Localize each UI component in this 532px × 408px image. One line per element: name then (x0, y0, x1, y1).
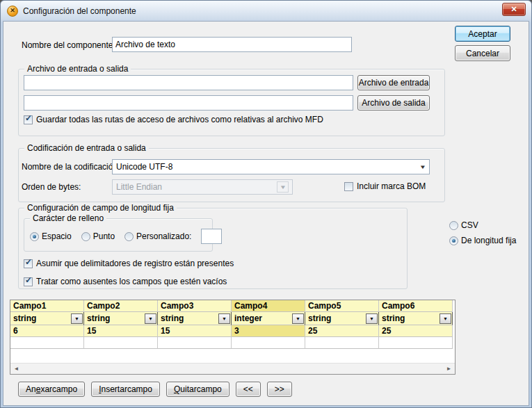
field-name-cell[interactable]: Campo6 (379, 300, 453, 312)
component-name-input[interactable] (112, 37, 352, 52)
fill-char-custom-input[interactable] (201, 229, 222, 244)
cancel-button[interactable]: Cancelar (455, 45, 510, 61)
encoding-groupbox-title: Codificación de entrada o salida (24, 143, 149, 153)
output-file-button[interactable]: Archivo de salida (357, 95, 430, 111)
component-name-label: Nombre del componente: (22, 40, 115, 50)
field-type-combo[interactable]: integer▼ (232, 312, 305, 325)
fill-radio-personalizado[interactable]: Personalizado: (124, 231, 191, 241)
file-groupbox-title: Archivo de entrada o salida (24, 64, 131, 74)
include-bom-checkbox[interactable]: Incluir marca BOM (344, 181, 426, 191)
field-type-combo[interactable]: string▼ (10, 312, 84, 325)
radio-label: Personalizado: (136, 231, 191, 241)
radio-icon (124, 232, 134, 241)
append-field-button[interactable]: Anexar campo (18, 382, 85, 397)
close-icon: ✕ (510, 5, 517, 14)
insert-field-button[interactable]: Insertar campo (91, 382, 160, 397)
radio-label: De longitud fija (461, 236, 516, 245)
fields-table-columns: Campo1string▼6Campo2string▼15Campo3strin… (10, 300, 455, 349)
field-type-combo[interactable]: string▼ (379, 312, 453, 325)
save-relative-paths-label: Guardar todas las rutas de acceso de arc… (36, 115, 323, 124)
field-length-cell[interactable]: 15 (158, 325, 232, 337)
scroll-left-icon[interactable]: ◄ (10, 364, 22, 375)
checkbox-icon (344, 182, 353, 191)
radio-icon (449, 236, 458, 245)
field-name-cell[interactable]: Campo3 (158, 300, 232, 312)
field-type-value: string (161, 313, 184, 323)
ok-button[interactable]: Aceptar (455, 26, 510, 42)
field-name-cell[interactable]: Campo1 (10, 300, 84, 312)
dialog-title: Configuración del componente (23, 6, 136, 16)
field-type-value: string (13, 313, 36, 323)
output-file-button-label: Archivo de salida (362, 98, 425, 108)
checkbox-icon: ✓ (24, 115, 33, 124)
empty-cell[interactable] (158, 337, 232, 349)
move-field-left-button[interactable]: << (236, 382, 261, 397)
field-column: Campo4integer▼3 (232, 300, 305, 349)
byte-order-label: Orden de bytes: (22, 182, 81, 192)
combo-arrow-button[interactable]: ▼ (366, 313, 378, 324)
output-file-field[interactable] (24, 95, 353, 111)
fill-radio-espacio[interactable]: Espacio (30, 231, 72, 241)
field-length-cell[interactable]: 15 (84, 325, 158, 337)
scroll-right-icon[interactable]: ► (443, 364, 455, 375)
empty-cell[interactable] (84, 337, 158, 349)
combo-arrow-button[interactable]: ▼ (71, 313, 83, 324)
encoding-name-value: Unicode UTF-8 (116, 162, 172, 172)
fill-radio-punto[interactable]: Punto (81, 231, 115, 241)
field-length-cell[interactable]: 3 (232, 325, 305, 337)
close-button[interactable]: ✕ (502, 3, 526, 16)
fill-char-groupbox-title: Carácter de relleno (30, 213, 106, 223)
field-type-combo[interactable]: string▼ (84, 312, 158, 325)
fill-char-options-row: EspacioPuntoPersonalizado: (30, 229, 222, 244)
combo-arrow-button[interactable]: ▼ (440, 313, 451, 324)
field-length-cell[interactable]: 6 (10, 325, 84, 337)
format-radio-de-longitud-fija[interactable]: De longitud fija (449, 236, 516, 245)
field-column: Campo1string▼6 (10, 300, 84, 349)
input-file-field[interactable] (24, 75, 353, 90)
cancel-button-label: Cancelar (466, 49, 499, 58)
treat-empty-checkbox[interactable]: ✓ Tratar como ausentes los campos que es… (24, 277, 227, 286)
field-name-cell[interactable]: Campo4 (232, 300, 305, 312)
fields-table: Campo1string▼6Campo2string▼15Campo3strin… (10, 300, 456, 375)
combo-arrow-button[interactable]: ▼ (218, 313, 230, 324)
checkbox-icon: ✓ (24, 277, 33, 286)
save-relative-paths-checkbox[interactable]: ✓ Guardar todas las rutas de acceso de a… (24, 115, 323, 124)
combo-arrow-button[interactable]: ▼ (292, 313, 304, 324)
field-type-value: string (308, 313, 331, 323)
empty-cell[interactable] (305, 337, 379, 349)
field-column: Campo2string▼15 (84, 300, 158, 349)
radio-label: Punto (93, 231, 115, 241)
field-length-cell[interactable]: 25 (379, 325, 453, 337)
combo-arrow-button[interactable]: ▼ (145, 313, 156, 324)
field-name-cell[interactable]: Campo2 (84, 300, 158, 312)
field-type-value: string (382, 313, 405, 323)
byte-order-value: Little Endian (116, 182, 162, 192)
component-settings-dialog: ✕ Configuración del componente ✕ Nombre … (0, 0, 532, 408)
assume-delimiters-label: Asumir que delimitadores de registro est… (36, 259, 234, 268)
radio-label: Espacio (42, 231, 72, 241)
mapforce-icon: ✕ (7, 6, 18, 17)
fill-char-radio-group: EspacioPuntoPersonalizado: (30, 231, 201, 241)
remove-field-button[interactable]: Quitar campo (166, 382, 229, 397)
format-radio-csv[interactable]: CSV (449, 220, 516, 230)
field-type-combo[interactable]: string▼ (305, 312, 379, 325)
byte-order-combo: Little Endian ▼ (112, 179, 293, 195)
field-type-value: integer (234, 313, 262, 323)
field-actions-row: Anexar campoInsertar campoQuitar campo<<… (18, 382, 292, 397)
h-scrollbar[interactable]: ◄ ► (10, 363, 455, 374)
combo-arrow-box: ▼ (277, 181, 289, 193)
field-length-cell[interactable]: 25 (305, 325, 379, 337)
field-type-combo[interactable]: string▼ (158, 312, 232, 325)
field-column: Campo3string▼15 (158, 300, 232, 349)
move-field-right-button[interactable]: >> (267, 382, 292, 397)
empty-cell[interactable] (379, 337, 453, 349)
encoding-name-combo[interactable]: Unicode UTF-8 ▼ (112, 159, 430, 174)
field-name-cell[interactable]: Campo5 (305, 300, 379, 312)
empty-cell[interactable] (232, 337, 305, 349)
field-type-value: string (87, 313, 110, 323)
assume-delimiters-checkbox[interactable]: ✓ Asumir que delimitadores de registro e… (24, 259, 234, 268)
mapforce-icon-mark: ✕ (10, 8, 15, 14)
empty-cell[interactable] (10, 337, 84, 349)
radio-icon (30, 232, 39, 241)
input-file-button[interactable]: Archivo de entrada (357, 75, 430, 90)
